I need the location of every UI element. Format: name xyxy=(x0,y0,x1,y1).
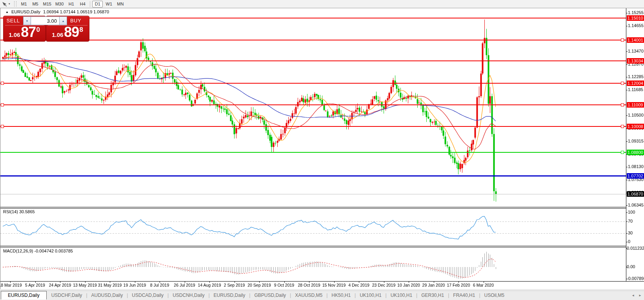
volume-increase-button[interactable]: ▲ xyxy=(59,16,67,25)
collapse-chart-icon[interactable]: ▲ xyxy=(5,10,9,14)
tab-separator: | xyxy=(477,293,482,298)
chart-tab[interactable]: GBPUSD,Daily xyxy=(252,293,288,298)
chart-tab[interactable]: EURUSD,Daily xyxy=(211,293,248,298)
macd-axis-label: 0.011232 xyxy=(627,246,644,251)
price-level-badge: 1.11009 xyxy=(627,102,644,108)
date-tick-label: 29 Jan 2020 xyxy=(422,283,445,287)
price-level-badge: 1.15010 xyxy=(627,15,644,21)
chart-title: ▲ EURUSD,Daily 1.06994 1.07144 1.06519 1… xyxy=(5,9,109,14)
sell-price-pips: 87 xyxy=(21,24,36,40)
date-tick-label: 17 Feb 2020 xyxy=(447,283,470,287)
chart-tab[interactable]: EURUSD,Daily xyxy=(1,291,47,300)
price-tick-label: 1.12285 xyxy=(628,74,644,79)
cursor-tool-icon xyxy=(2,2,7,7)
chart-tab[interactable]: USOil,M5 xyxy=(482,293,507,298)
price-tick-label: 1.15255 xyxy=(628,10,644,15)
tab-separator: | xyxy=(125,293,129,298)
price-tick-label: 1.08130 xyxy=(628,164,644,169)
timeframe-button-w1[interactable]: W1 xyxy=(104,1,114,7)
cursor-tool-button[interactable]: ▾ xyxy=(0,0,12,7)
price-level-badge: 1.13034 xyxy=(627,58,644,64)
rsi-axis-label: 30 xyxy=(628,230,633,235)
rsi-label: RSI(14) 30.5865 xyxy=(3,209,35,214)
tab-scroll-right-icon[interactable]: ► xyxy=(639,294,642,297)
chart-tab[interactable]: USDCHF,Daily xyxy=(49,293,85,298)
tab-scroll-left-icon[interactable]: ◄ xyxy=(631,294,635,297)
tab-separator: | xyxy=(84,293,89,298)
chart-tab[interactable]: AUDUSD,Daily xyxy=(89,293,126,298)
date-tick-label: 23 Dec 2019 xyxy=(372,283,396,287)
chart-tab[interactable]: HK50,H1 xyxy=(329,293,353,298)
chart-tab-bar: EURUSD,DailyUSDCHF,Daily|AUDUSD,Daily|US… xyxy=(0,291,644,300)
rsi-axis-label: 100 xyxy=(628,210,635,214)
chart-canvas[interactable] xyxy=(0,0,644,300)
chart-tab[interactable]: USDCAD,Daily xyxy=(129,293,166,298)
timeframe-button-m15[interactable]: M15 xyxy=(42,1,53,7)
macd-axis-label: -0.007894 xyxy=(627,276,644,281)
macd-label: MACD(12,26,9) -0.004742 0.003785 xyxy=(3,249,73,253)
date-tick-label: 4 Dec 2019 xyxy=(348,283,369,287)
volume-input[interactable] xyxy=(31,16,59,25)
buy-price[interactable]: 1.06898 xyxy=(46,24,89,40)
date-tick-label: 2 Sep 2019 xyxy=(224,283,245,287)
volume-decrease-button[interactable]: ▼ xyxy=(23,16,31,25)
price-tick-label: 1.13470 xyxy=(628,49,644,53)
date-tick-label: 26 Jul 2019 xyxy=(174,283,195,287)
tab-separator: | xyxy=(288,293,293,298)
chart-tab[interactable]: FRA40,H1 xyxy=(451,293,477,298)
price-tick-label: 1.09315 xyxy=(628,139,644,143)
date-tick-label: 20 Sep 2019 xyxy=(247,283,271,287)
timeframe-button-mn[interactable]: MN xyxy=(115,1,126,7)
price-level-badge: 1.07702 xyxy=(627,173,644,179)
timeframe-button-m5[interactable]: M5 xyxy=(30,1,41,7)
date-tick-label: 10 Jan 2020 xyxy=(397,283,420,287)
tab-scroll-nav: ◄ ► xyxy=(631,291,642,300)
price-tick-label: 1.06345 xyxy=(628,203,644,207)
tab-separator: | xyxy=(207,293,211,298)
chart-ohlc-label: 1.06994 1.07144 1.06519 1.06870 xyxy=(43,9,109,14)
date-tick-label: 31 May 2019 xyxy=(98,283,122,287)
volume-spinner: ▼ ▲ xyxy=(23,16,67,25)
chart-tab[interactable]: GER30,H1 xyxy=(419,293,446,298)
tab-separator: | xyxy=(325,293,329,298)
date-tick-label: 18 Mar 2019 xyxy=(0,283,22,287)
toolbar-grip xyxy=(14,1,16,7)
timeframe-button-m1[interactable]: M1 xyxy=(19,1,29,7)
sell-button[interactable]: SELL xyxy=(3,18,23,24)
cursor-tool-dropdown-icon[interactable]: ▾ xyxy=(9,2,10,5)
rsi-axis-label: 70 xyxy=(628,219,633,223)
macd-axis-label: 0.00 xyxy=(627,264,635,269)
current-price-badge: 1.06870 xyxy=(627,191,644,197)
sell-price[interactable]: 1.06870 xyxy=(3,24,45,40)
date-tick-label: 14 Aug 2019 xyxy=(198,283,221,287)
rsi-axis-label: 0 xyxy=(628,239,630,244)
date-tick-label: 6 Mar 2020 xyxy=(473,283,494,287)
chart-tab[interactable]: UK100,H1 xyxy=(357,293,384,298)
price-tick-label: 1.14655 xyxy=(628,23,644,28)
date-tick-label: 28 Oct 2019 xyxy=(298,283,320,287)
chart-tab[interactable]: XAUUSD,M5 xyxy=(293,293,325,298)
price-level-badge: 1.14001 xyxy=(627,37,644,43)
price-level-badge: 1.12004 xyxy=(627,80,644,86)
buy-button[interactable]: BUY xyxy=(66,18,86,24)
chart-tab[interactable]: USDCNH,Daily xyxy=(170,293,207,298)
timeframe-button-h4[interactable]: H4 xyxy=(77,1,88,7)
timeframe-button-m30[interactable]: M30 xyxy=(54,1,65,7)
tab-separator: | xyxy=(415,293,419,298)
timeframe-button-d1[interactable]: D1 xyxy=(92,1,103,7)
trading-platform-window: ▾ M1M5M15M30H1H4D1W1MN ▲ EURUSD,Daily 1.… xyxy=(0,0,644,300)
chart-tabs: EURUSD,DailyUSDCHF,Daily|AUDUSD,Daily|US… xyxy=(0,291,507,300)
tab-separator: | xyxy=(446,293,451,298)
buy-price-big-figure: 1.06 xyxy=(52,31,63,38)
toolbar: ▾ M1M5M15M30H1H4D1W1MN xyxy=(0,0,644,8)
timeframe-toolbar: M1M5M15M30H1H4D1W1MN xyxy=(18,1,126,7)
date-tick-label: 9 Oct 2019 xyxy=(274,283,294,287)
date-tick-label: 13 May 2019 xyxy=(73,283,97,287)
chart-tab[interactable]: UK100,H1 xyxy=(388,293,415,298)
tab-separator: | xyxy=(384,293,388,298)
price-tick-label: 1.10500 xyxy=(628,113,644,117)
chart-symbol-label: EURUSD,Daily xyxy=(11,9,40,14)
date-tick-label: 8 Jul 2019 xyxy=(150,283,169,287)
timeframe-button-h1[interactable]: H1 xyxy=(66,1,76,7)
sell-price-big-figure: 1.06 xyxy=(9,31,20,38)
